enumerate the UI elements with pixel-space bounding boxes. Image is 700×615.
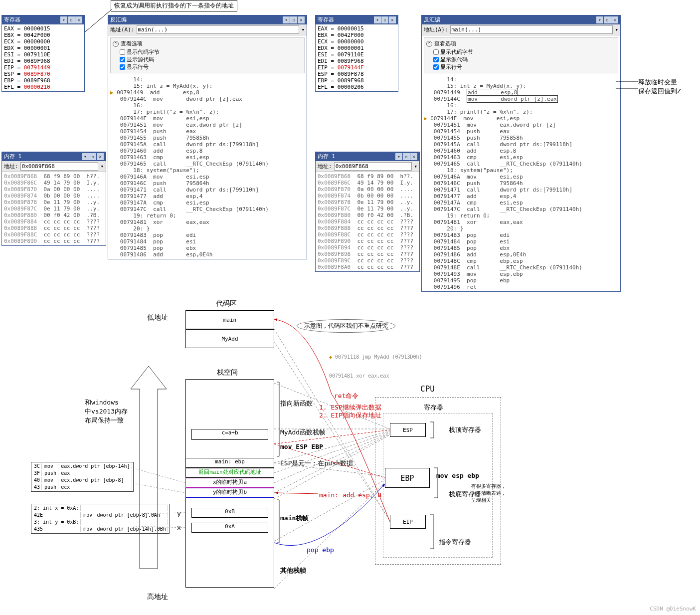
show-source-checkbox[interactable]	[120, 57, 125, 62]
memory-panel-left: 内存 1 ▾▫✕ 地址: ▾ 0x0089F868 68 f9 89 00 h?…	[1, 152, 106, 246]
svg-line-13	[274, 480, 385, 541]
ret-addr-box: 返回main处对应代码地址	[185, 468, 274, 478]
main-ebp-box: main: ebp	[185, 458, 274, 468]
registers-titlebar[interactable]: 寄存器 ▾▫✕	[2, 15, 84, 24]
address-label: 地址(A):	[110, 26, 135, 33]
dropdown-icon[interactable]: ▾	[100, 163, 104, 170]
stack-top-label: 栈顶寄存器	[449, 425, 481, 434]
show-source-checkbox[interactable]	[433, 57, 439, 62]
stack-space-label: 栈空间	[217, 368, 238, 377]
xor-line: 00791481 xor eax,eax	[329, 373, 389, 379]
close-icon[interactable]: ✕	[611, 16, 618, 23]
code-listing-1: 3Cmoveax,dword ptr [ebp-14h]3Fpusheax40m…	[31, 462, 134, 492]
address-input[interactable]	[20, 162, 99, 171]
ret2-label: 2. EIP指向保存地址	[319, 411, 381, 420]
note-left: 和windows 中vs2013内存 布局保持一致	[85, 398, 135, 425]
dropdown-icon[interactable]: ▾	[596, 16, 603, 23]
annotation-release-temp: 释放临时变量	[638, 78, 677, 87]
disasm-content: 14: 15: int z = MyAdd(x, y);▶ 00791449 a…	[108, 75, 307, 259]
address-label: 地址:	[4, 163, 18, 170]
myadd-frame-label: MyAdd函数栈帧	[280, 428, 326, 437]
address-input[interactable]	[334, 162, 412, 171]
memory-titlebar[interactable]: 内存 1 ▾▫✕	[2, 152, 106, 161]
code-area-label: 代码区	[216, 299, 237, 308]
main-box: main	[185, 310, 274, 329]
cpu-label: CPU	[420, 384, 435, 394]
esp-reg: ESP	[390, 423, 426, 437]
dropdown-icon[interactable]: ▾	[374, 16, 381, 23]
ebp-reg: EBP	[385, 468, 430, 488]
memory-title: 内存 1	[4, 152, 21, 161]
oxb-box: 0xB	[191, 508, 268, 518]
dropdown-icon[interactable]: ▾	[301, 26, 305, 33]
pin-icon[interactable]: ▫	[403, 153, 410, 160]
disasm-panel-left: 反汇编 ▾▫✕ 地址(A): ▾ ^查看选项 显示代码字节 显示源代码 显示行号…	[108, 15, 307, 259]
eip-reg: EIP	[390, 515, 426, 529]
jmp-line: ◆ 00791118 jmp MyAdd (07913D0h)	[329, 354, 422, 360]
svg-line-18	[136, 484, 185, 493]
registers-content: EAX = 00000015EBX = 0042F000ECX = 000000…	[2, 24, 84, 91]
oxa-box: 0xA	[191, 523, 268, 533]
other-frame-label: 其他栈帧	[280, 566, 306, 575]
code-listing-2: 2: int x = 0xA;42Emovdword ptr [ebp-8],0…	[31, 504, 170, 534]
x-copy-box: x的临时拷贝a	[185, 478, 274, 488]
pop-ebp-label: pop ebp	[307, 546, 334, 554]
show-lineno-checkbox[interactable]	[120, 64, 125, 70]
x-label: x	[177, 524, 181, 531]
close-icon[interactable]: ✕	[298, 16, 305, 23]
y-label: y	[177, 510, 181, 517]
main-frame-label: main栈帧	[280, 514, 309, 523]
dropdown-icon[interactable]: ▾	[283, 16, 290, 23]
ret-cmd-label: ret命令	[334, 392, 358, 401]
show-lineno-checkbox[interactable]	[433, 64, 439, 70]
cab-box: c=a+b	[191, 429, 268, 440]
close-icon[interactable]: ✕	[410, 153, 417, 160]
note-balloon: 示意图，代码区我们不重点研究	[297, 319, 395, 333]
window-controls[interactable]: ▾▫✕	[60, 16, 82, 23]
point-new-label: 指向新函数	[280, 399, 313, 408]
registers-panel-left: 寄存器 ▾▫✕ EAX = 00000015EBX = 0042F000ECX …	[1, 15, 85, 92]
myadd-box: MyAdd	[185, 329, 274, 348]
collapse-icon[interactable]: ^	[113, 41, 119, 47]
show-bytes-checkbox[interactable]	[433, 49, 439, 55]
disasm-titlebar[interactable]: 反汇编 ▾▫✕	[108, 15, 307, 24]
annotation-restore-eip: 恢复成为调用前执行指令的下一条指令的地址	[111, 0, 237, 11]
main-add-label: main: add esp, 8	[319, 491, 381, 499]
pin-icon[interactable]: ▫	[290, 16, 297, 23]
collapse-icon[interactable]: ^	[426, 41, 432, 47]
dropdown-icon[interactable]: ▾	[82, 153, 89, 160]
pin-icon[interactable]: ▫	[68, 16, 75, 23]
disasm-content: 14: 15: int z = MyAdd(x, y); 00791449 ad…	[422, 75, 620, 291]
low-address-label: 低地址	[147, 313, 168, 322]
dropdown-icon[interactable]: ▾	[615, 26, 618, 33]
registers-title: 寄存器	[4, 15, 20, 24]
memory-diagram: 低地址 高地址 代码区 main MyAdd 示意图，代码区我们不重点研究 ◆ …	[0, 294, 700, 614]
show-bytes-checkbox[interactable]	[120, 49, 125, 55]
svg-line-17	[136, 469, 185, 483]
address-input[interactable]	[137, 25, 300, 34]
close-icon[interactable]: ✕	[389, 16, 396, 23]
regs-label: 寄存器	[424, 403, 443, 412]
disasm-title: 反汇编	[110, 15, 127, 24]
note-right: 有很多寄存器， 为了清晰表述， 呈现相关	[471, 483, 511, 504]
address-input[interactable]	[450, 25, 613, 34]
dropdown-icon[interactable]: ▾	[60, 16, 67, 23]
view-options: ^查看选项 显示代码字节 显示源代码 显示行号	[110, 37, 305, 73]
dropdown-icon[interactable]: ▾	[395, 153, 402, 160]
registers-content: EAX = 00000015EBX = 0042F000ECX = 000000…	[316, 24, 398, 91]
pin-icon[interactable]: ▫	[604, 16, 611, 23]
instr-reg-label: 指令寄存器	[439, 538, 471, 547]
svg-line-8	[274, 433, 390, 483]
memory-content: 0x0089F868 68 f9 89 00 h??.0x0089F86C 49…	[316, 172, 419, 271]
pin-icon[interactable]: ▫	[89, 153, 96, 160]
registers-panel-right: 寄存器 ▾▫✕ EAX = 00000015EBX = 0042F000ECX …	[315, 15, 398, 92]
esp-push-label: ESP是元一：在push数据	[280, 459, 353, 468]
high-address-label: 高地址	[147, 593, 168, 602]
close-icon[interactable]: ✕	[75, 16, 82, 23]
mov-esp-ebp2-label: mov esp ebp	[436, 472, 479, 479]
mov-esp-ebp-label: mov ESP EBP	[280, 443, 323, 450]
dropdown-icon[interactable]: ▾	[414, 163, 417, 170]
annotation-save-return: 保存返回值到Z	[638, 87, 681, 96]
pin-icon[interactable]: ▫	[381, 16, 388, 23]
close-icon[interactable]: ✕	[97, 153, 104, 160]
